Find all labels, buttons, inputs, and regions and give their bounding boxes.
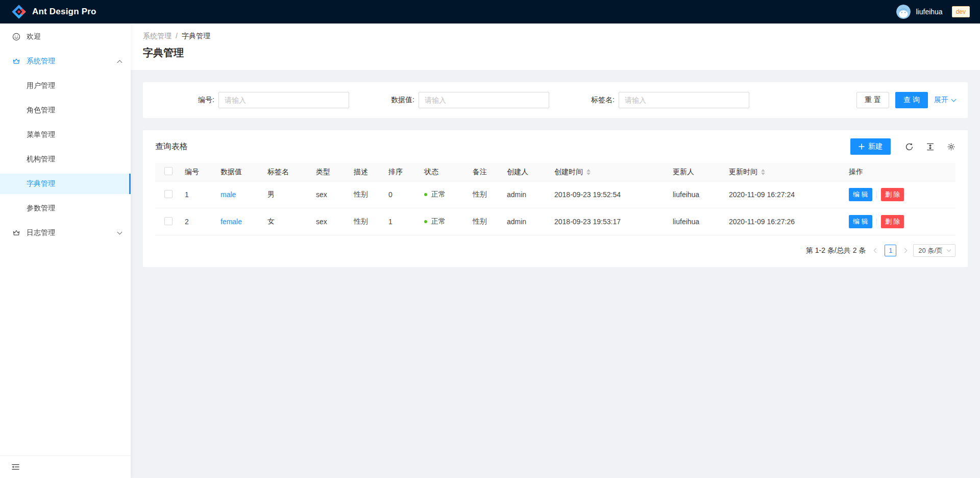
main-content: 系统管理 / 字典管理 字典管理 编号: 数据值: 标签名: 重 置 查 询 展… [131,0,980,267]
expand-label: 展开 [934,95,948,105]
sidebar-item-label: 字典管理 [27,179,55,188]
page-size-label: 20 条/页 [918,246,943,255]
column-header: 排序 [384,163,420,181]
env-tag[interactable]: dev [952,6,970,17]
field-label: 编号: [198,95,218,105]
status-label: 正常 [431,217,446,226]
cell-desc: 性别 [350,208,384,235]
sidebar-item-label: 欢迎 [27,32,41,41]
status-badge: 正常 [424,217,464,226]
new-button[interactable]: 新建 [850,138,891,155]
query-button[interactable]: 查 询 [895,92,928,108]
data-value-link[interactable]: female [220,218,242,226]
column-header: 创建人 [503,163,550,181]
prev-page-icon[interactable] [873,249,879,252]
sidebar-item-label: 菜单管理 [27,130,55,139]
table-header-row: 编号 数据值 标签名 类型 描述 排序 状态 备注 创建人 创建时间 [155,163,955,181]
table-row: 1 male 男 sex 性别 0 正常 性别 admin 2018-09-23… [155,181,955,208]
ant-design-logo-icon [11,4,27,19]
field-label: 数据值: [391,95,419,105]
sidebar-item-user-mgmt[interactable]: 用户管理 [0,76,131,96]
page-size-select[interactable]: 20 条/页 [913,244,955,257]
sidebar: 欢迎 系统管理 用户管理 角色管理 菜单管理 机构管理 [0,23,131,478]
page-header: 系统管理 / 字典管理 字典管理 [131,23,980,70]
header-right: liufeihua dev [896,5,970,19]
cell-sort: 0 [384,181,420,208]
cell-id: 2 [181,208,216,235]
column-header: 更新人 [669,163,725,181]
sidebar-item-welcome[interactable]: 欢迎 [0,27,131,47]
cell-updater: liufeihua [669,181,725,208]
chevron-down-icon [118,230,121,235]
sidebar-menu: 欢迎 系统管理 用户管理 角色管理 菜单管理 机构管理 [0,23,131,456]
column-header: 状态 [420,163,469,181]
new-button-label: 新建 [868,142,883,151]
data-table: 编号 数据值 标签名 类型 描述 排序 状态 备注 创建人 创建时间 [155,163,955,235]
breadcrumb-separator: / [176,32,178,41]
column-header: 标签名 [263,163,312,181]
column-header: 数据值 [216,163,263,181]
edit-button[interactable]: 编 辑 [849,215,872,228]
expand-link[interactable]: 展开 [934,95,955,105]
sidebar-item-label: 角色管理 [27,106,55,115]
id-input[interactable] [218,92,349,108]
reset-button[interactable]: 重 置 [856,92,889,108]
column-header-sortable[interactable]: 更新时间 [725,163,845,181]
smile-icon [12,33,20,41]
chevron-up-icon [118,59,121,64]
search-field-value: 数据值: [355,92,555,108]
sidebar-item-org-mgmt[interactable]: 机构管理 [0,149,131,170]
delete-button[interactable]: 删 除 [881,188,904,201]
page-number[interactable]: 1 [885,245,896,256]
user-name[interactable]: liufeihua [916,8,942,16]
menu-fold-icon[interactable] [11,463,20,471]
data-value-link[interactable]: male [220,190,236,199]
column-header: 编号 [181,163,216,181]
action-divider [876,218,877,225]
column-header-sortable[interactable]: 创建时间 [550,163,669,181]
row-checkbox[interactable] [164,190,173,198]
crown-icon [12,57,20,65]
cell-desc: 性别 [350,181,384,208]
cell-id: 1 [181,181,216,208]
sorter-icon [586,169,591,175]
row-checkbox[interactable] [164,217,173,225]
column-height-icon[interactable] [926,142,935,151]
sidebar-group-label: 系统管理 [27,57,55,66]
reload-icon[interactable] [905,142,914,151]
cell-created-at: 2018-09-23 19:53:17 [550,208,669,235]
status-dot-icon [424,193,427,196]
sidebar-item-label: 用户管理 [27,81,55,90]
cell-remark: 性别 [469,181,503,208]
sidebar-item-param-mgmt[interactable]: 参数管理 [0,198,131,219]
sidebar-item-dict-mgmt[interactable]: 字典管理 [0,174,131,194]
select-all-checkbox[interactable] [164,167,173,175]
avatar[interactable] [896,5,911,19]
cell-type: sex [312,208,350,235]
search-field-id: 编号: [155,92,355,108]
cell-creator: admin [503,208,550,235]
sidebar-group-system[interactable]: 系统管理 [0,51,131,71]
delete-button[interactable]: 删 除 [881,215,904,228]
breadcrumb: 系统管理 / 字典管理 [143,32,968,41]
breadcrumb-parent[interactable]: 系统管理 [143,32,172,41]
settings-gear-icon[interactable] [947,142,955,151]
data-value-input[interactable] [419,92,549,108]
sidebar-group-label: 日志管理 [27,228,55,237]
status-badge: 正常 [424,190,464,199]
tag-name-input[interactable] [619,92,749,108]
cell-updated-at: 2020-11-09 16:27:26 [725,208,845,235]
table-card: 查询表格 新建 [143,130,968,267]
sidebar-group-log[interactable]: 日志管理 [0,223,131,243]
sidebar-item-role-mgmt[interactable]: 角色管理 [0,100,131,121]
next-page-icon[interactable] [901,249,908,252]
logo-area[interactable]: Ant Design Pro [11,4,96,19]
cell-tag: 女 [263,208,312,235]
table-toolbar: 查询表格 新建 [143,130,968,163]
status-dot-icon [424,220,427,223]
cell-updater: liufeihua [669,208,725,235]
edit-button[interactable]: 编 辑 [849,188,872,201]
cell-created-at: 2018-09-23 19:52:54 [550,181,669,208]
status-label: 正常 [431,190,446,199]
sidebar-item-menu-mgmt[interactable]: 菜单管理 [0,125,131,145]
